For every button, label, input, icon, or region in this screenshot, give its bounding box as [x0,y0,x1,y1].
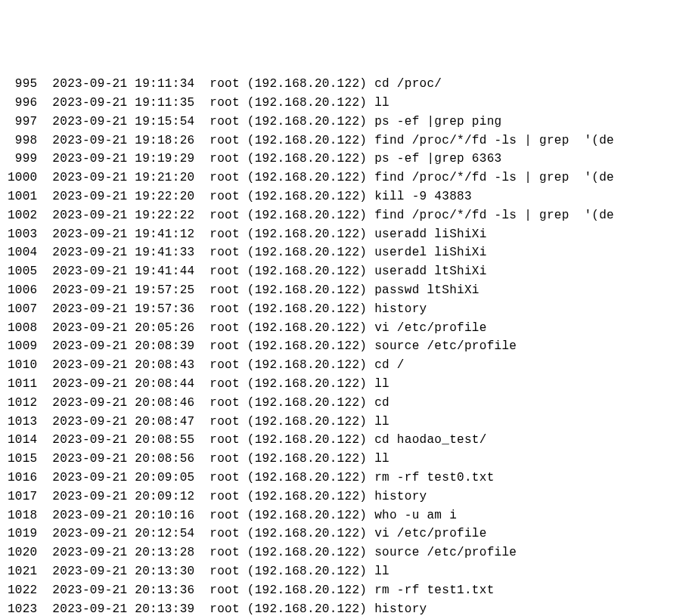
history-line: 1020 2023-09-21 20:13:28 root (192.168.2… [0,543,689,562]
history-ip: (192.168.20.122) [247,452,367,466]
history-command: rm -rf test0.txt [374,471,494,484]
history-number: 997 [0,115,38,128]
history-date: 2023-09-21 [52,96,127,110]
history-date: 2023-09-21 [52,583,127,597]
history-user: root [209,190,240,203]
history-user: root [209,171,240,184]
history-user: root [209,583,240,597]
history-ip: (192.168.20.122) [247,415,367,429]
history-user: root [209,283,240,297]
history-number: 999 [0,152,38,166]
history-line: 1009 2023-09-21 20:08:39 root (192.168.2… [0,337,689,356]
history-time: 19:41:33 [135,246,194,259]
history-time: 20:08:55 [135,433,194,447]
history-date: 2023-09-21 [52,358,127,372]
history-line: 1015 2023-09-21 20:08:56 root (192.168.2… [0,450,689,469]
history-number: 1011 [0,377,38,391]
history-number: 1021 [0,565,38,578]
history-user: root [209,358,240,372]
history-number: 1004 [0,246,38,259]
history-command: kill -9 43883 [374,190,472,203]
history-ip: (192.168.20.122) [247,265,367,278]
history-ip: (192.168.20.122) [247,283,367,297]
history-command: ll [374,377,390,391]
history-ip: (192.168.20.122) [247,228,367,241]
history-ip: (192.168.20.122) [247,396,367,410]
history-number: 996 [0,96,38,110]
history-time: 19:41:12 [135,228,194,241]
history-ip: (192.168.20.122) [247,115,367,128]
history-time: 20:09:05 [135,471,194,484]
history-date: 2023-09-21 [52,115,127,128]
history-ip: (192.168.20.122) [247,377,367,391]
history-date: 2023-09-21 [52,602,127,616]
history-user: root [209,134,240,147]
history-time: 19:57:36 [135,302,194,316]
history-ip: (192.168.20.122) [247,321,367,335]
history-date: 2023-09-21 [52,415,127,429]
history-time: 19:41:44 [135,265,194,278]
history-line: 1001 2023-09-21 19:22:20 root (192.168.2… [0,187,689,206]
history-command: passwd ltShiXi [374,283,480,297]
history-line: 1008 2023-09-21 20:05:26 root (192.168.2… [0,319,689,338]
history-number: 1000 [0,171,38,184]
history-user: root [209,471,240,484]
history-command: find /proc/*/fd -ls | grep '(de [374,209,614,222]
history-time: 20:13:39 [135,602,194,616]
history-date: 2023-09-21 [52,246,127,259]
history-time: 20:08:44 [135,377,194,391]
history-date: 2023-09-21 [52,546,127,559]
history-number: 1014 [0,433,38,447]
history-line: 1019 2023-09-21 20:12:54 root (192.168.2… [0,525,689,543]
history-ip: (192.168.20.122) [247,134,367,147]
history-user: root [209,490,240,503]
history-ip: (192.168.20.122) [247,527,367,540]
history-line: 1013 2023-09-21 20:08:47 root (192.168.2… [0,413,689,432]
terminal-output[interactable]: 995 2023-09-21 19:11:34 root (192.168.20… [0,75,689,616]
history-date: 2023-09-21 [52,471,127,484]
history-number: 998 [0,134,38,147]
history-number: 1017 [0,490,38,503]
history-ip: (192.168.20.122) [247,302,367,316]
history-date: 2023-09-21 [52,171,127,184]
history-number: 1015 [0,452,38,466]
history-number: 1008 [0,321,38,335]
history-date: 2023-09-21 [52,339,127,353]
history-command: useradd ltShiXi [374,265,487,278]
history-date: 2023-09-21 [52,302,127,316]
history-date: 2023-09-21 [52,283,127,297]
history-time: 19:19:29 [135,152,194,166]
history-time: 19:18:26 [135,134,194,147]
history-command: cd / [374,358,405,372]
history-number: 1023 [0,602,38,616]
history-line: 1003 2023-09-21 19:41:12 root (192.168.2… [0,225,689,244]
history-number: 1005 [0,265,38,278]
history-date: 2023-09-21 [52,452,127,466]
history-command: ps -ef |grep 6363 [374,152,501,166]
history-time: 20:12:54 [135,527,194,540]
history-time: 20:05:26 [135,321,194,335]
history-user: root [209,246,240,259]
history-user: root [209,396,240,410]
history-user: root [209,377,240,391]
history-line: 1010 2023-09-21 20:08:43 root (192.168.2… [0,356,689,375]
history-user: root [209,321,240,335]
history-date: 2023-09-21 [52,77,127,91]
history-ip: (192.168.20.122) [247,190,367,203]
history-user: root [209,302,240,316]
history-time: 19:11:34 [135,77,194,91]
history-command: find /proc/*/fd -ls | grep '(de [374,134,614,147]
history-number: 1020 [0,546,38,559]
history-time: 19:57:25 [135,283,194,297]
history-time: 20:13:28 [135,546,194,559]
history-ip: (192.168.20.122) [247,433,367,447]
history-time: 20:13:30 [135,565,194,578]
history-line: 1004 2023-09-21 19:41:33 root (192.168.2… [0,243,689,262]
history-date: 2023-09-21 [52,265,127,278]
history-line: 997 2023-09-21 19:15:54 root (192.168.20… [0,113,689,132]
history-line: 1017 2023-09-21 20:09:12 root (192.168.2… [0,488,689,506]
history-number: 1001 [0,190,38,203]
history-user: root [209,452,240,466]
history-line: 1022 2023-09-21 20:13:36 root (192.168.2… [0,581,689,600]
history-date: 2023-09-21 [52,433,127,447]
